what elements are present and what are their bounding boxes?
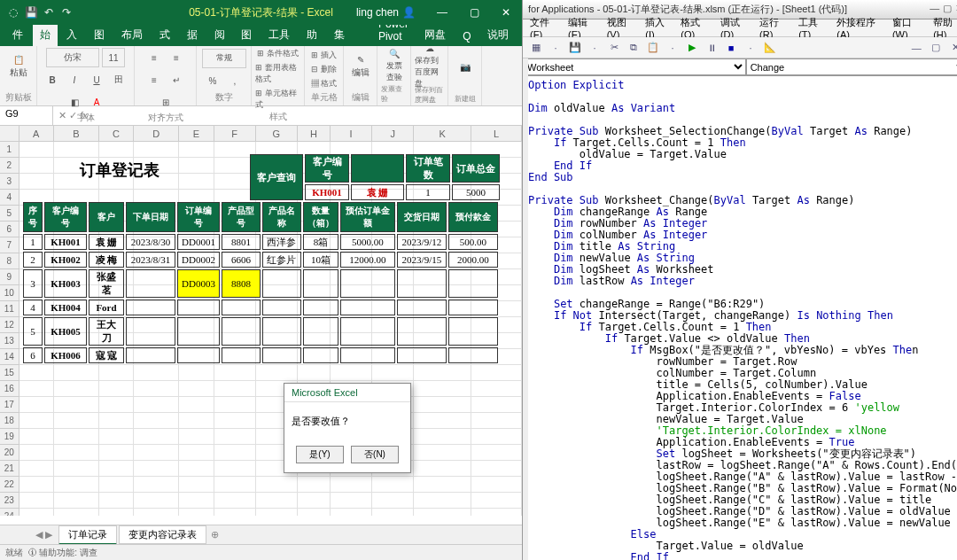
excel-titlebar: ◌ 💾 ↶ ↷ 05-01-订单登记表-结果 - Excel ling chen… — [0, 0, 522, 25]
align-center-icon[interactable]: ≡ — [167, 48, 186, 67]
status-bar: 就绪 🛈 辅助功能: 调查 — [0, 544, 522, 560]
align-left-icon[interactable]: ≡ — [144, 48, 164, 67]
formula-bar: G9 ✕ ✓ fx — [0, 106, 522, 126]
underline-icon[interactable]: U — [87, 70, 106, 89]
ribbon-body: 📋粘贴剪贴板 仿宋11BIU田◧A字体 ≡≡≡↵⊞对齐方式 常规%,数字 ⊞ 条… — [0, 46, 522, 106]
vba-min-icon[interactable]: — — [930, 3, 939, 16]
vba-inner-close-icon[interactable]: ✕ — [947, 40, 957, 56]
run-icon: ▶ — [684, 40, 700, 56]
file-name: 05-01-订单登记表-结果 - Excel — [189, 5, 333, 20]
orders-table[interactable]: 序号客户编号客户下单日期订单编号产品型号产品名称数量（箱）预估订单金额交货日期预… — [21, 200, 500, 365]
user-avatar-icon: 👤 — [402, 6, 416, 19]
comma-icon[interactable]: , — [225, 72, 245, 91]
close-icon[interactable]: ✕ — [490, 0, 522, 25]
design-icon: 📐 — [762, 40, 778, 56]
undo-icon[interactable]: ↶ — [41, 4, 57, 20]
maximize-icon[interactable]: ▢ — [458, 0, 490, 25]
vba-inner-min-icon[interactable]: — — [908, 40, 924, 56]
border-icon[interactable]: 田 — [109, 70, 128, 89]
font-name-select[interactable]: 仿宋 — [46, 48, 99, 67]
copy-icon: ⧉ — [626, 40, 642, 56]
baidu-button[interactable]: ☁保存到百度网盘 — [415, 48, 445, 85]
dialog-no-button[interactable]: 否(N) — [351, 446, 399, 463]
autosave-icon[interactable]: ◌ — [5, 4, 21, 20]
invoice-button[interactable]: 🔍发票查验 — [379, 48, 409, 84]
vba-max-icon[interactable]: ▢ — [943, 3, 952, 16]
sheet-tabs: ◀ ▶ 订单记录 变更内容记录表 ⊕ — [0, 525, 522, 544]
font-size-select[interactable]: 11 — [102, 48, 125, 67]
vba-combo-row: Worksheet Change — [523, 58, 957, 76]
view-icon: ▦ — [528, 40, 544, 56]
paste-icon: 📋 — [645, 40, 661, 56]
user-account[interactable]: ling chen👤 — [356, 6, 416, 19]
dialog-message: 是否要改值？ — [284, 402, 410, 440]
paste-button[interactable]: 📋粘贴 — [4, 48, 34, 85]
lookup-label: 客户查询 — [250, 154, 303, 200]
sheet-title: 订单登记表 — [80, 159, 160, 181]
vba-inner-max-icon[interactable]: ▢ — [928, 40, 944, 56]
name-box[interactable]: G9 — [0, 106, 53, 125]
cond-format[interactable]: ⊞ 条件格式 — [257, 48, 299, 59]
minimize-icon[interactable]: — — [426, 0, 458, 25]
fx-icon[interactable]: ✕ ✓ fx — [58, 110, 88, 121]
vba-toolbar[interactable]: ▦·💾·✂⧉📋·▶⏸■·📐 —▢✕ — [523, 37, 957, 58]
save-icon: 💾 — [567, 40, 583, 56]
italic-icon[interactable]: I — [65, 70, 84, 89]
dialog-title: Microsoft Excel — [284, 384, 410, 402]
sheet-tab-orders[interactable]: 订单记录 — [58, 525, 117, 545]
excel-window: ◌ 💾 ↶ ↷ 05-01-订单登记表-结果 - Excel ling chen… — [0, 0, 523, 560]
add-sheet-icon[interactable]: ⊕ — [211, 529, 219, 541]
sheet-tab-changelog[interactable]: 变更内容记录表 — [119, 525, 206, 544]
break-icon: ⏸ — [704, 40, 720, 56]
object-combo[interactable]: Worksheet — [523, 58, 746, 75]
vba-window: for Applications - 05-01-订单登记表-结果.xlsm (… — [523, 0, 957, 560]
insert-cells[interactable]: ⊞ 插入 — [311, 50, 337, 61]
lookup-table: 客户查询 客户编号订单笔数订单总金 KH001袁 姗15000 — [248, 152, 502, 202]
edit-button[interactable]: ✎编辑 — [346, 48, 376, 85]
table-format[interactable]: ⊞ 套用表格格式 — [255, 62, 300, 85]
accessibility-icon: 🛈 — [28, 548, 37, 557]
bold-icon[interactable]: B — [43, 70, 62, 89]
format-cells[interactable]: ▦ 格式 — [311, 78, 338, 89]
cut-icon: ✂ — [606, 40, 622, 56]
wrap-icon[interactable]: ↵ — [167, 70, 186, 89]
reset-icon: ■ — [723, 40, 739, 56]
ribbon-tab[interactable]: Q — [455, 27, 478, 46]
code-editor[interactable]: Option Explicit Dim oldValue As Variant … — [523, 76, 957, 560]
camera-button[interactable]: 📷 — [450, 48, 480, 85]
msgbox-dialog: Microsoft Excel 是否要改值？ 是(Y) 否(N) — [284, 383, 411, 473]
percent-icon[interactable]: % — [203, 72, 222, 91]
delete-cells[interactable]: ⊟ 删除 — [311, 64, 337, 75]
dialog-yes-button[interactable]: 是(Y) — [296, 446, 344, 463]
number-format[interactable]: 常规 — [202, 49, 246, 68]
align-right-icon[interactable]: ≡ — [144, 70, 164, 89]
procedure-combo[interactable]: Change — [746, 58, 957, 75]
worksheet-grid[interactable]: ABCDEFGHIJKL 123456789101112131415161718… — [0, 126, 522, 516]
ribbon-tabs: 文件开始插入绘图页面布局公式数据审阅视图开发工具帮助PDF工具集Power Pi… — [0, 25, 522, 46]
redo-icon[interactable]: ↷ — [58, 4, 74, 20]
vba-menu[interactable]: 文件(F)编辑(E)视图(V)插入(I)格式(O)调试(D)运行(R)工具(T)… — [523, 19, 957, 37]
save-icon[interactable]: 💾 — [23, 4, 39, 20]
